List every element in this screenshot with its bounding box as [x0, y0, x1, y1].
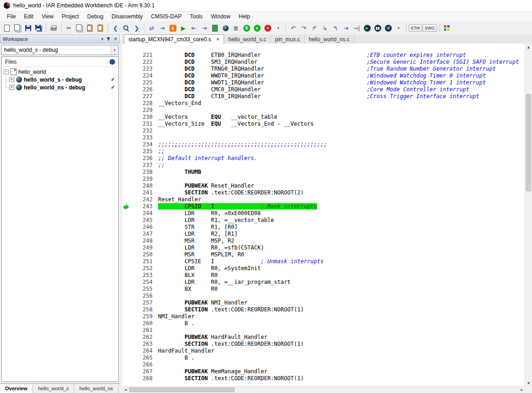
breakpoint-gutter[interactable]	[122, 93, 132, 100]
tree-item-hello-world[interactable]: −hello_world	[2, 68, 118, 76]
breakpoint-gutter[interactable]	[122, 313, 132, 320]
collapse-icon[interactable]: −	[4, 69, 9, 74]
breakpoint-gutter[interactable]	[122, 251, 132, 258]
code-line[interactable]: 235;;	[122, 148, 525, 155]
close-tab-icon[interactable]: ✕	[216, 37, 220, 42]
code-line[interactable]: 222 DCD SM3_IRQHandler ;Secure Generic I…	[122, 59, 525, 66]
code-line[interactable]: 254 LDR R0, =__iar_program_start	[122, 279, 525, 286]
code-line[interactable]: 259NMI_Handler	[122, 313, 525, 320]
step-out-button[interactable]: ↰	[330, 23, 340, 33]
breakpoint-gutter[interactable]	[122, 210, 132, 217]
breakpoint-gutter[interactable]	[122, 203, 132, 210]
menu-cmsis-dap[interactable]: CMSIS-DAP	[147, 12, 186, 21]
code-line[interactable]: 244 LDR R0, =0xE000ED08	[122, 210, 525, 217]
expand-icon[interactable]: +	[9, 85, 14, 90]
code-line[interactable]: 225 DCD WWDT1_IRQHandler ;Windowed Watch…	[122, 79, 525, 86]
navigate-forward-button[interactable]: ↷	[299, 23, 309, 33]
code-line[interactable]: 261	[122, 327, 525, 334]
breakpoint-gutter[interactable]	[122, 169, 132, 176]
next-statement-button[interactable]: ⇥	[341, 23, 351, 33]
paste-special-button[interactable]	[95, 23, 105, 33]
breakpoint-gutter[interactable]	[122, 107, 132, 114]
code-line[interactable]: 260 B .	[122, 320, 525, 327]
debug-without-downloading-button[interactable]: ▶	[178, 23, 188, 33]
compile-button[interactable]: ⇥	[157, 23, 167, 33]
break-button[interactable]: ▮▮	[373, 23, 383, 33]
breakpoint-gutter[interactable]	[122, 299, 132, 306]
code-line[interactable]: 241 SECTION .text:CODE:REORDER:NOROOT(2)	[122, 189, 525, 196]
breakpoint-gutter[interactable]	[122, 79, 132, 86]
breakpoint-gutter[interactable]	[122, 348, 132, 354]
code-line[interactable]: 224 DCD WWDT0_IRQHandler ;Windowed Watch…	[122, 72, 525, 79]
menu-edit[interactable]: Edit	[20, 12, 38, 21]
save-button[interactable]	[23, 23, 33, 33]
prev-location-button[interactable]: ⇤	[189, 23, 199, 33]
code-line[interactable]: 250 MSR MSPLIM, R0	[122, 251, 525, 258]
breakpoint-gutter[interactable]	[122, 361, 132, 368]
toolbar-overflow-1-button[interactable]: ▾	[273, 23, 283, 33]
find-next-button[interactable]: ❯	[132, 23, 142, 33]
breakpoint-gutter[interactable]	[122, 286, 132, 293]
code-line[interactable]: 264HardFault_Handler	[122, 348, 525, 354]
scroll-left-icon[interactable]: ◄	[122, 387, 129, 393]
breakpoint-gutter[interactable]	[122, 238, 132, 244]
breakpoint-gutter[interactable]	[122, 100, 132, 107]
code-line[interactable]: 233	[122, 134, 525, 141]
menu-project[interactable]: Project	[58, 12, 83, 21]
breakpoint-gutter[interactable]	[122, 341, 132, 348]
print-button[interactable]	[49, 23, 59, 33]
breakpoint-gutter[interactable]	[122, 176, 132, 183]
files-column-header[interactable]: Files	[5, 59, 16, 65]
horizontal-scrollbar[interactable]: ◄ ►	[122, 386, 525, 393]
code-line[interactable]: 262 PUBWEAK HardFault_Handler	[122, 334, 525, 341]
code-line[interactable]: 251 CPSIE I ; Unmask interrupts	[122, 258, 525, 265]
code-line[interactable]: 239	[122, 176, 525, 183]
swo-button[interactable]: SWO	[422, 23, 437, 33]
breakpoint-gutter[interactable]	[122, 306, 132, 313]
copy-button[interactable]	[74, 23, 84, 33]
breakpoint-gutter[interactable]	[122, 59, 132, 66]
breakpoint-gutter[interactable]	[122, 162, 132, 169]
breakpoint-gutter[interactable]	[122, 196, 132, 203]
breakpoint-gutter[interactable]	[122, 368, 132, 375]
code-line[interactable]: 268 SECTION .text:CODE:REORDER:NOROOT(1)	[122, 375, 525, 382]
cut-button[interactable]: ✂	[64, 23, 74, 33]
code-line[interactable]: 240 PUBWEAK Reset_Handler	[122, 183, 525, 189]
etm-button[interactable]: ETM	[409, 23, 422, 33]
code-line[interactable]: 248 MSR MSP, R2	[122, 238, 525, 244]
pin-icon[interactable]	[106, 37, 110, 42]
breakpoint-gutter[interactable]	[122, 279, 132, 286]
breakpoint-gutter[interactable]	[122, 320, 132, 327]
reset-button[interactable]: ↺	[383, 23, 393, 33]
go-button[interactable]: ▶	[362, 23, 372, 33]
find-previous-button[interactable]: ❮	[110, 23, 121, 33]
paste-button[interactable]	[85, 23, 95, 33]
code-line[interactable]: 253 BLX R0	[122, 272, 525, 279]
code-line[interactable]: 236;; Default interrupt handlers.	[122, 155, 525, 162]
breakpoint-gutter[interactable]	[122, 217, 132, 224]
config-selector[interactable]: hello_world_s - debug ▾	[1, 45, 119, 55]
code-line[interactable]: 246 STR R1, [R0]	[122, 224, 525, 231]
code-line[interactable]: 256	[122, 293, 525, 299]
breakpoint-gutter[interactable]	[122, 134, 132, 141]
code-line[interactable]: 245 LDR R1, =__vector_table	[122, 217, 525, 224]
breakpoint-gutter[interactable]	[122, 72, 132, 79]
breakpoint-gutter[interactable]	[122, 148, 132, 155]
editor-tab-hello-world-s-c[interactable]: hello_world_s.c	[224, 35, 271, 44]
cstat-run-button[interactable]: c	[252, 23, 262, 33]
code-line[interactable]: 238 THUMB	[122, 169, 525, 176]
code-line[interactable]: 223 DCD TRNG0_IRQHandler ;True Random Nu…	[122, 66, 525, 72]
make-button[interactable]: ⇄	[147, 23, 157, 33]
breakpoint-gutter[interactable]	[122, 272, 132, 279]
vertical-scrollbar[interactable]: ▲ ▼	[525, 44, 532, 387]
code-line[interactable]: 258 SECTION .text:CODE:REORDER:NOROOT(1)	[122, 306, 525, 313]
toolbar-overflow-2-button[interactable]: ▾	[394, 23, 404, 33]
navigate-backward-button[interactable]: ↶	[288, 23, 298, 33]
code-line[interactable]: 226 DCD CMC0_IRQHandler ;Core Mode Contr…	[122, 86, 525, 93]
code-line[interactable]: 230__Vectors EQU __vector_table	[122, 114, 525, 121]
breakpoint-gutter[interactable]	[122, 189, 132, 196]
editor-tab-startup-mcxn947-cm33-core0-s[interactable]: startup_MCXN947_cm33_core0.s✕	[124, 34, 224, 44]
breakpoint-gutter[interactable]	[122, 141, 132, 148]
code-line[interactable]: 252 LDR R0, =SystemInit	[122, 265, 525, 272]
code-line[interactable]: 242Reset_Handler	[122, 196, 525, 203]
